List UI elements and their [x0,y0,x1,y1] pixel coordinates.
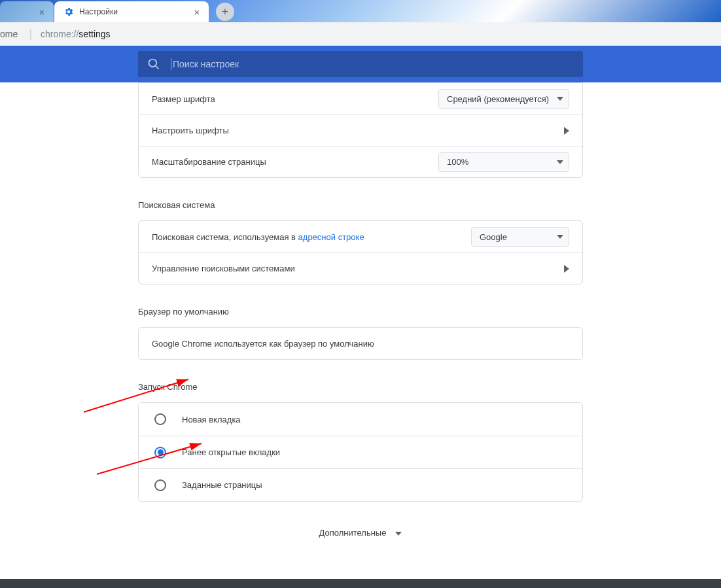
address-path: settings [79,29,110,39]
new-tab-button[interactable]: + [216,3,234,21]
dropdown-icon [557,97,563,101]
tab-inactive[interactable]: × [0,1,54,22]
section-title-search-engine: Поисковая система [138,198,583,220]
row-search-engine-used: Поисковая система, используемая в адресн… [139,221,582,252]
search-icon [147,58,160,71]
tab-active-settings[interactable]: Настройки × [54,1,209,22]
select-value: 100% [447,157,557,167]
radio-label: Ранее открытые вкладки [182,447,280,457]
gear-icon [63,7,74,17]
select-font-size[interactable]: Средний (рекомендуется) [438,89,569,109]
advanced-label: Дополнительные [319,528,387,538]
section-title-default-browser: Браузер по умолчанию [138,304,583,327]
settings-page: Размер шрифта Средний (рекомендуется) На… [0,82,721,579]
svg-point-0 [149,60,157,67]
dropdown-icon [557,160,563,164]
search-input[interactable]: Поиск настроек [138,51,583,77]
row-label: Поисковая система, используемая в адресн… [152,232,471,242]
dropdown-icon [557,235,563,239]
row-customize-fonts[interactable]: Настроить шрифты [139,114,582,146]
link-address-bar[interactable]: адресной строке [298,232,364,242]
radio-row-previously-open[interactable]: Ранее открытые вкладки [139,436,582,468]
close-icon[interactable]: × [192,7,202,17]
radio-row-specific-pages[interactable]: Заданные страницы [139,468,582,501]
close-icon[interactable]: × [37,7,47,17]
card-default-browser: Google Chrome используется как браузер п… [138,327,583,360]
chevron-right-icon [564,127,569,135]
row-label: Управление поисковыми системами [152,264,564,273]
card-appearance: Размер шрифта Средний (рекомендуется) На… [138,82,583,178]
row-manage-search-engines[interactable]: Управление поисковыми системами [139,252,582,284]
select-value: Google [480,232,557,242]
svg-line-1 [156,66,159,69]
address-separator: │ [22,29,41,39]
search-placeholder: Поиск настроек [173,59,239,69]
card-search-engine: Поисковая система, используемая в адресн… [138,220,583,285]
advanced-toggle[interactable]: Дополнительные [138,528,583,538]
row-label: Масштабирование страницы [152,157,438,167]
select-page-zoom[interactable]: 100% [438,152,569,172]
address-truncated-left: ome [0,29,22,39]
radio-icon[interactable] [154,413,166,425]
chevron-right-icon [564,265,569,273]
bottom-bar [0,579,721,588]
select-value: Средний (рекомендуется) [447,94,557,104]
select-search-engine[interactable]: Google [471,227,569,247]
row-font-size: Размер шрифта Средний (рекомендуется) [139,83,582,114]
radio-label: Новая вкладка [182,415,241,424]
address-scheme: chrome:// [41,29,79,39]
radio-icon[interactable] [154,447,166,458]
row-default-browser-info: Google Chrome используется как браузер п… [139,328,582,359]
dropdown-icon [395,528,402,538]
row-page-zoom: Масштабирование страницы 100% [139,146,582,177]
row-label: Размер шрифта [152,94,438,104]
address-bar[interactable]: ome │ chrome://settings [0,22,721,46]
radio-label: Заданные страницы [182,480,262,490]
section-title-startup: Запуск Chrome [138,379,583,402]
radio-row-new-tab[interactable]: Новая вкладка [139,403,582,436]
settings-header: Поиск настроек [0,46,721,82]
card-startup: Новая вкладка Ранее открытые вкладки Зад… [138,402,583,502]
radio-icon[interactable] [154,479,166,491]
row-label-prefix: Поисковая система, используемая в [152,232,298,242]
text-cursor [171,58,171,70]
tab-title: Настройки [79,7,188,16]
row-label: Настроить шрифты [152,126,564,135]
row-label: Google Chrome используется как браузер п… [152,339,569,349]
browser-tabstrip: × Настройки × + [0,0,721,22]
